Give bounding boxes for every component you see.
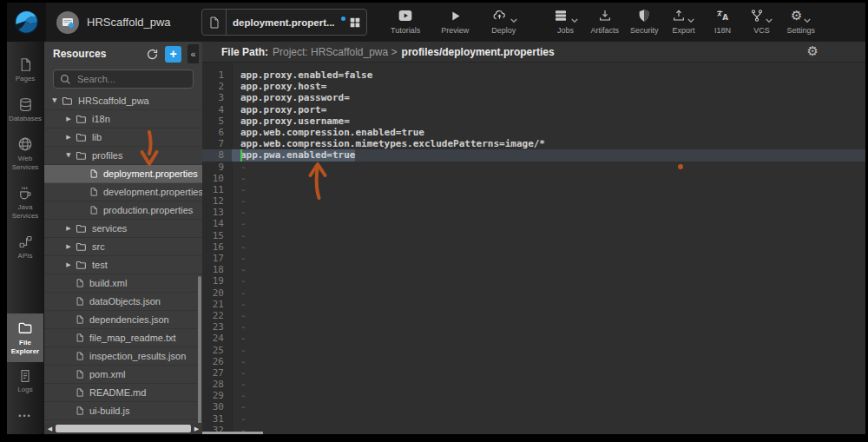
code-line[interactable]: 32- [202, 425, 865, 434]
caret-collapsed-icon[interactable]: ▶ [63, 115, 74, 122]
topbar-action-jobs[interactable]: Jobs [551, 8, 579, 35]
tree-item-pom-xml[interactable]: pom.xml [44, 366, 202, 384]
scroll-right-icon[interactable]: ▶ [193, 426, 201, 432]
caret-expanded-icon[interactable]: ▶ [51, 96, 58, 106]
tree-item-inspection-results-json[interactable]: inspection_results.json [44, 347, 202, 366]
code-line[interactable]: 14- [202, 218, 865, 229]
code-line[interactable]: 6app.web.compression.enabled=true [202, 127, 865, 138]
caret-collapsed-icon[interactable]: ▶ [63, 225, 74, 232]
scroll-left-icon[interactable]: ◀ [46, 426, 54, 432]
editor-settings-gear-icon[interactable]: ⚙ [807, 43, 819, 59]
code-line[interactable]: 29- [202, 390, 865, 401]
tree-item-lib[interactable]: ▶lib [44, 129, 202, 147]
file-small-icon [89, 168, 98, 179]
code-line[interactable]: 22- [202, 310, 865, 321]
code-line[interactable]: 2app.proxy.host= [202, 81, 865, 92]
topbar-action-deploy[interactable]: Deploy [490, 8, 517, 35]
code-line[interactable]: 12- [202, 195, 865, 207]
code-line[interactable]: 31- [202, 413, 865, 425]
code-line[interactable]: 13- [202, 207, 865, 218]
tree-item-dataobjects-json[interactable]: dataObjects.json [44, 293, 202, 311]
code-line[interactable]: 18- [202, 264, 865, 275]
code-line[interactable]: 5app.proxy.username= [202, 115, 865, 127]
editor-horizontal-scrollbar[interactable] [202, 432, 263, 434]
file-icon [202, 10, 227, 35]
sidebar-item-more[interactable]: ••• [7, 401, 43, 434]
add-resource-button[interactable]: + [165, 46, 181, 63]
tree-item-development-properties[interactable]: development.properties [44, 183, 202, 201]
text-cursor [240, 149, 242, 161]
tree-item-dependencies-json[interactable]: dependencies.json [44, 311, 202, 329]
tree-item-file-map-readme-txt[interactable]: file_map_readme.txt [44, 329, 202, 347]
sidebar-item-file-explorer[interactable]: File Explorer [7, 313, 43, 362]
tree-item-services[interactable]: ▶services [44, 220, 202, 238]
left-rail: Pages Databases Web Services Java Servic… [7, 42, 43, 434]
topbar-action-preview[interactable]: Preview [441, 8, 469, 35]
caret-collapsed-icon[interactable]: ▶ [63, 261, 74, 268]
code-line[interactable]: 9- [202, 162, 865, 173]
tree-item-readme-md[interactable]: README.md [44, 384, 202, 402]
topbar-action-tutorials[interactable]: Tutorials [391, 8, 420, 35]
tree-vertical-scrollbar[interactable] [198, 276, 201, 423]
tree-item-hrscaffold-pwa[interactable]: ▶HRScaffold_pwa [44, 92, 202, 110]
tab-deployment-properties[interactable]: deployment.propert... [201, 9, 367, 36]
scroll-thumb[interactable] [56, 425, 191, 432]
topbar-action-artifacts[interactable]: Artifacts [590, 8, 619, 35]
caret-collapsed-icon[interactable]: ▶ [63, 243, 74, 250]
code-line[interactable]: 27- [202, 367, 865, 379]
topbar-action-settings[interactable]: ⚙ Settings [786, 8, 815, 35]
tree-item-deployment-properties[interactable]: deployment.properties [44, 165, 202, 183]
coffee-icon [17, 185, 33, 201]
code-line[interactable]: 28- [202, 379, 865, 390]
code-line[interactable]: 17- [202, 253, 865, 264]
code-line[interactable]: 24- [202, 333, 865, 344]
code-line[interactable]: 7app.web.compression.mimetypes.excludePa… [202, 138, 865, 149]
topbar-action-security[interactable]: Security [630, 8, 659, 35]
code-line[interactable]: 23- [202, 321, 865, 333]
code-line[interactable]: 3app.proxy.password= [202, 92, 865, 103]
tree-item-ui-build-js[interactable]: ui-build.js [44, 402, 202, 420]
code-line[interactable]: 4app.proxy.port= [202, 104, 865, 115]
code-line[interactable]: 16- [202, 241, 865, 253]
code-line[interactable]: 20- [202, 287, 865, 299]
sidebar-item-web-services[interactable]: Web Services [7, 129, 43, 178]
search-input[interactable] [53, 69, 194, 89]
code-line[interactable]: 1app.proxy.enabled=false [202, 69, 865, 81]
folder-small-icon [76, 114, 87, 125]
tree-item-src[interactable]: ▶src [44, 238, 202, 256]
topbar-action-vcs[interactable]: VCS [747, 8, 775, 35]
tab-label: deployment.propert... [227, 17, 341, 28]
code-line[interactable]: 26- [202, 356, 865, 367]
sidebar-item-databases[interactable]: Databases [7, 90, 43, 130]
sidebar-item-pages[interactable]: Pages [7, 50, 43, 90]
code-editor[interactable]: 1app.proxy.enabled=false 2app.proxy.host… [202, 63, 865, 434]
topbar-action-i18n[interactable]: A I18N [708, 8, 736, 35]
code-line[interactable]: 11- [202, 184, 865, 195]
sidebar-item-logs[interactable]: Logs [7, 362, 43, 401]
topbar-action-export[interactable]: Export [669, 8, 697, 35]
tree-item-build-xml[interactable]: build.xml [44, 274, 202, 293]
code-line[interactable]: 25- [202, 345, 865, 356]
code-line[interactable]: 15- [202, 230, 865, 241]
app-logo[interactable] [7, 3, 46, 42]
caret-collapsed-icon[interactable]: ▶ [63, 134, 74, 141]
code-line[interactable]: 8app.pwa.enabled=true [202, 149, 865, 161]
tree-item-production-properties[interactable]: production.properties [44, 201, 202, 220]
tree-item-profiles[interactable]: ▶profiles [44, 147, 202, 165]
refresh-icon[interactable] [146, 48, 159, 61]
tree-horizontal-scrollbar[interactable]: ◀ ▶ [44, 423, 202, 434]
grid-icon[interactable] [349, 16, 361, 29]
code-line[interactable]: 19- [202, 275, 865, 287]
project-menu[interactable]: HRScaffold_pwa [56, 11, 171, 34]
code-line[interactable]: 30- [202, 401, 865, 412]
sidebar-item-java-services[interactable]: Java Services [7, 178, 43, 227]
tree-item-test[interactable]: ▶test [44, 256, 202, 274]
collapse-panel-button[interactable]: « [187, 44, 199, 63]
code-line[interactable]: 21- [202, 299, 865, 310]
caret-expanded-icon[interactable]: ▶ [65, 150, 72, 161]
tree-item-i18n[interactable]: ▶i18n [44, 110, 202, 129]
sidebar-item-apis[interactable]: APIs [7, 228, 43, 267]
file-small-icon [89, 205, 98, 215]
code-line[interactable]: 10- [202, 173, 865, 184]
topbar-actions-left: Tutorials Preview Deploy [391, 8, 517, 35]
